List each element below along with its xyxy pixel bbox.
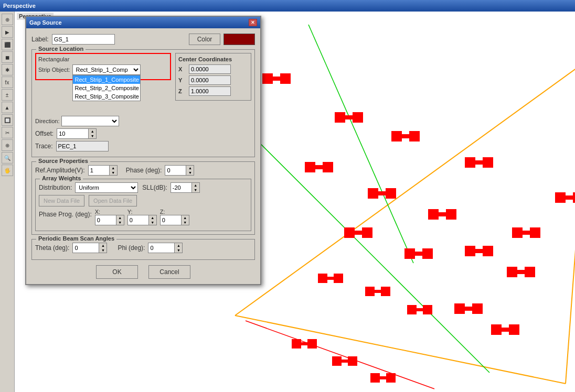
svg-rect-46: [407, 305, 417, 314]
ref-amplitude-spin-up[interactable]: ▲: [110, 166, 117, 170]
x-phase-spin-down[interactable]: ▼: [116, 220, 124, 225]
sll-input[interactable]: [171, 182, 191, 193]
dialog-close-button[interactable]: ✕: [249, 19, 257, 26]
svg-rect-62: [517, 270, 525, 274]
offset-label: Offset:: [35, 130, 54, 137]
direction-label: Direction:: [35, 118, 59, 124]
y-phase-input[interactable]: [127, 215, 148, 225]
toolbar-btn-7[interactable]: ±: [2, 89, 13, 101]
phase-spin-down[interactable]: ▼: [186, 170, 194, 175]
strip-option-1[interactable]: Rect_Strip_1_Composite: [73, 75, 140, 84]
toolbar-btn-13[interactable]: 🖐: [2, 165, 13, 176]
svg-rect-65: [465, 307, 472, 311]
toolbar-btn-1[interactable]: ⊕: [2, 14, 13, 25]
label-input[interactable]: [52, 34, 115, 45]
y-phase-spin-down[interactable]: ▼: [149, 220, 156, 225]
direction-dropdown[interactable]: [61, 116, 119, 126]
x-coord-input[interactable]: [189, 64, 231, 74]
svg-rect-57: [386, 373, 396, 383]
phase-spinner[interactable]: ▲ ▼: [186, 165, 194, 176]
svg-rect-37: [404, 248, 415, 259]
trace-input[interactable]: [56, 141, 109, 151]
ok-button[interactable]: OK: [96, 265, 138, 279]
sll-spin-down[interactable]: ▼: [192, 188, 199, 192]
svg-rect-9: [280, 73, 291, 84]
y-phase-spin-up[interactable]: ▲: [149, 215, 156, 220]
svg-rect-24: [323, 162, 333, 172]
theta-spin-down[interactable]: ▼: [99, 248, 107, 253]
svg-rect-45: [381, 287, 390, 296]
toolbar-btn-11[interactable]: ⊕: [2, 139, 13, 151]
strip-option-3[interactable]: Rect_Strip_3_Composite: [73, 92, 140, 101]
sll-spinner[interactable]: ▲ ▼: [191, 182, 200, 193]
phi-spin-up[interactable]: ▲: [175, 243, 182, 248]
phase-spin-up[interactable]: ▲: [186, 166, 194, 170]
offset-spin-up[interactable]: ▲: [89, 129, 96, 134]
offset-spinner[interactable]: ▲ ▼: [88, 128, 97, 139]
ref-amplitude-input[interactable]: [88, 165, 109, 176]
toolbar-btn-3[interactable]: ⬛: [2, 39, 13, 50]
y-coord-input[interactable]: [189, 75, 231, 85]
z-phase-spin-up[interactable]: ▲: [182, 215, 189, 220]
svg-rect-41: [327, 277, 334, 280]
phi-spin-down[interactable]: ▼: [175, 248, 182, 253]
theta-spin-up[interactable]: ▲: [99, 243, 107, 248]
phi-spinner[interactable]: ▲ ▼: [174, 243, 183, 253]
offset-input[interactable]: [57, 128, 88, 139]
offset-spin-down[interactable]: ▼: [89, 134, 96, 138]
rectangular-label: Rectangular: [38, 56, 69, 62]
svg-rect-23: [315, 165, 323, 169]
toolbar-btn-8[interactable]: ▲: [2, 102, 13, 113]
svg-rect-36: [362, 227, 372, 238]
svg-rect-69: [509, 324, 519, 335]
svg-rect-30: [446, 209, 456, 220]
svg-rect-7: [262, 73, 273, 84]
source-location-group: Source Location Rectangular Strip Object…: [31, 49, 255, 157]
cancel-button[interactable]: Cancel: [148, 265, 190, 279]
svg-rect-63: [525, 267, 535, 277]
svg-rect-15: [409, 131, 420, 141]
x-phase-spinner[interactable]: ▲ ▼: [116, 215, 124, 225]
phi-input[interactable]: [148, 243, 174, 253]
svg-rect-66: [472, 303, 483, 314]
color-swatch: [223, 34, 255, 45]
toolbar-btn-2[interactable]: ▶: [2, 26, 13, 38]
distribution-dropdown[interactable]: Uniform Taylor Chebyshev: [75, 182, 138, 193]
phi-label: Phi (deg):: [118, 244, 145, 252]
x-phase-spin-up[interactable]: ▲: [116, 215, 124, 220]
toolbar-btn-12[interactable]: 🔍: [2, 152, 13, 164]
z-coord-input[interactable]: [189, 86, 231, 96]
toolbar-btn-5[interactable]: ✱: [2, 64, 13, 75]
svg-rect-48: [423, 305, 432, 314]
sll-spin-up[interactable]: ▲: [192, 183, 199, 188]
svg-rect-25: [368, 188, 378, 199]
new-data-file-button[interactable]: New Data File: [39, 195, 84, 206]
toolbar-btn-10[interactable]: ✂: [2, 127, 13, 138]
svg-rect-39: [422, 248, 433, 259]
toolbar-btn-6[interactable]: fx: [2, 77, 13, 88]
svg-rect-14: [402, 134, 409, 138]
color-button[interactable]: Color: [189, 34, 220, 45]
theta-input[interactable]: [72, 243, 99, 253]
svg-rect-54: [348, 356, 357, 366]
phase-input[interactable]: [165, 165, 186, 176]
dialog-title-bar: Gap Source ✕: [26, 17, 260, 28]
open-data-file-button[interactable]: Open Data File: [89, 195, 137, 206]
y-phase-spinner[interactable]: ▲ ▼: [148, 215, 157, 225]
ref-amplitude-spin-down[interactable]: ▼: [110, 170, 117, 175]
theta-label: Theta (deg):: [35, 244, 69, 252]
strip-object-dropdown[interactable]: Rect_Strip_1_Comp: [72, 64, 141, 75]
toolbar-btn-9[interactable]: 🔲: [2, 114, 13, 126]
ref-amplitude-spinner[interactable]: ▲ ▼: [109, 165, 118, 176]
svg-rect-51: [307, 339, 317, 349]
dialog-buttons: OK Cancel: [31, 265, 255, 279]
z-phase-spin-down[interactable]: ▼: [182, 220, 189, 225]
x-phase-input[interactable]: [95, 215, 116, 225]
y-coord-label: Y: [178, 77, 189, 83]
toolbar-btn-4[interactable]: ◼: [2, 51, 13, 63]
z-phase-input[interactable]: [160, 215, 181, 225]
svg-rect-22: [305, 162, 315, 172]
z-phase-spinner[interactable]: ▲ ▼: [181, 215, 189, 225]
theta-spinner[interactable]: ▲ ▼: [99, 243, 107, 253]
strip-option-2[interactable]: Rect_Strip_2_Composite: [73, 84, 140, 92]
